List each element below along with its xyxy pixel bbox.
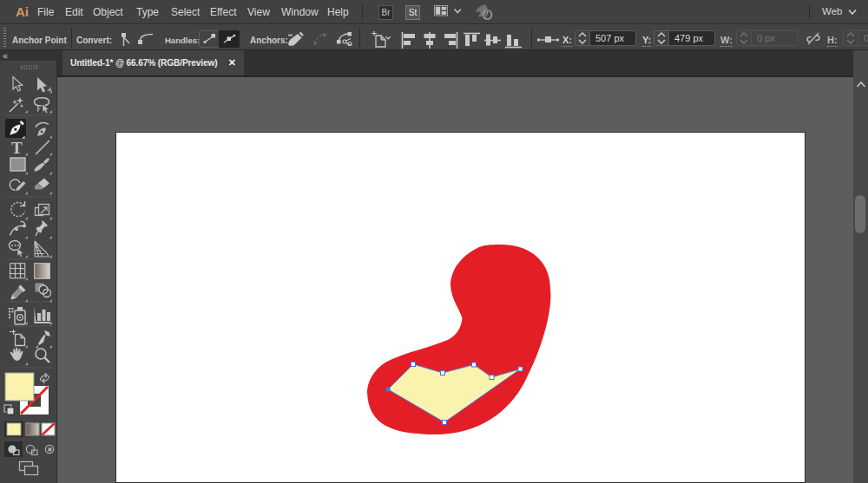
svg-text:T: T [11,139,23,157]
svg-text:«: « [3,50,8,61]
